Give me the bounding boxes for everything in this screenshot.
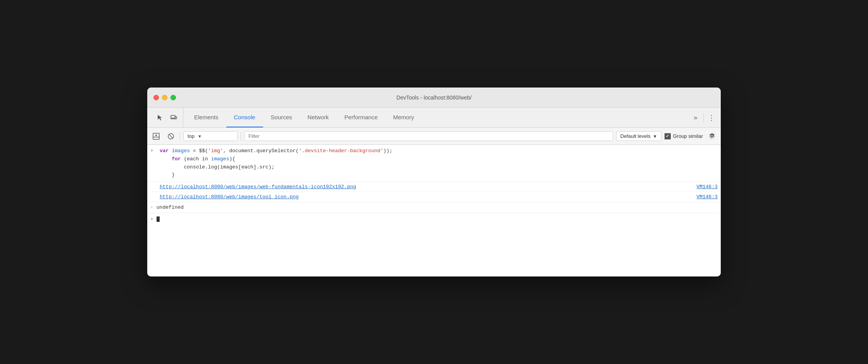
code-line-3: console.log(images[each].src); bbox=[160, 163, 718, 172]
close-button[interactable] bbox=[153, 95, 159, 100]
toolbar-divider-1 bbox=[180, 132, 180, 141]
tabbar: Elements Console Sources Network Perform… bbox=[147, 108, 721, 128]
show-console-drawer-button[interactable] bbox=[150, 130, 162, 142]
filter-input[interactable] bbox=[244, 131, 613, 141]
tab-console[interactable]: Console bbox=[226, 108, 263, 127]
tab-performance[interactable]: Performance bbox=[337, 108, 386, 127]
group-similar-toggle[interactable]: ✓ Group similar bbox=[665, 133, 703, 139]
console-undefined-value: undefined bbox=[157, 204, 184, 210]
tab-memory[interactable]: Memory bbox=[386, 108, 422, 127]
devtools-icons bbox=[150, 108, 183, 127]
console-source-1[interactable]: VM146:3 bbox=[696, 184, 718, 190]
svg-rect-1 bbox=[175, 117, 177, 119]
tabbar-end: » ⋮ bbox=[689, 108, 718, 127]
levels-arrow: ▼ bbox=[653, 134, 657, 139]
traffic-lights bbox=[153, 95, 176, 100]
select-element-icon[interactable] bbox=[153, 112, 166, 124]
console-undefined-entry: ‹ undefined bbox=[147, 202, 721, 213]
console-prompt[interactable]: › bbox=[147, 213, 721, 225]
context-selector-arrow: ▼ bbox=[198, 134, 202, 139]
log-levels-button[interactable]: Default levels ▼ bbox=[616, 131, 661, 141]
svg-line-7 bbox=[169, 134, 172, 137]
console-toolbar: top ▼ Default levels ▼ ✓ Group similar bbox=[147, 128, 721, 145]
tab-sources[interactable]: Sources bbox=[263, 108, 300, 127]
device-toolbar-icon[interactable] bbox=[167, 112, 180, 124]
window-title: DevTools - localhost:8080/web/ bbox=[396, 94, 472, 101]
console-settings-button[interactable] bbox=[706, 130, 718, 142]
clear-console-button[interactable] bbox=[165, 130, 177, 142]
svg-marker-5 bbox=[155, 135, 157, 136]
console-link-url-2[interactable]: http://localhost:8080/web/images/tool_ic… bbox=[160, 194, 690, 200]
code-line-1: var images = $$('img', document.querySel… bbox=[160, 147, 718, 155]
context-selector[interactable]: top ▼ bbox=[183, 131, 238, 141]
console-content: › var images = $$('img', document.queryS… bbox=[147, 145, 721, 276]
console-source-2[interactable]: VM146:3 bbox=[696, 194, 718, 200]
tab-elements[interactable]: Elements bbox=[186, 108, 226, 127]
more-tabs-button[interactable]: » bbox=[689, 112, 702, 124]
titlebar: DevTools - localhost:8080/web/ bbox=[147, 88, 721, 108]
console-code-block: var images = $$('img', document.querySel… bbox=[160, 147, 718, 179]
devtools-menu-button[interactable]: ⋮ bbox=[705, 112, 718, 124]
code-line-4: } bbox=[160, 171, 718, 179]
console-output-link-1: http://localhost:8080/web/images/web-fun… bbox=[147, 182, 721, 192]
tabbar-divider bbox=[703, 113, 704, 122]
console-cursor bbox=[157, 216, 160, 222]
minimize-button[interactable] bbox=[162, 95, 167, 100]
tab-network[interactable]: Network bbox=[300, 108, 337, 127]
console-entry-input: › var images = $$('img', document.queryS… bbox=[147, 145, 721, 182]
code-line-2: for (each in images){ bbox=[160, 155, 718, 163]
console-output-link-2: http://localhost:8080/web/images/tool_ic… bbox=[147, 192, 721, 202]
maximize-button[interactable] bbox=[170, 95, 176, 100]
console-link-url-1[interactable]: http://localhost:8080/web/images/web-fun… bbox=[160, 184, 690, 190]
toolbar-divider-2 bbox=[241, 132, 241, 141]
console-output-arrow: ‹ bbox=[150, 204, 153, 210]
devtools-window: DevTools - localhost:8080/web/ Elements … bbox=[147, 88, 721, 276]
group-similar-checkbox[interactable]: ✓ bbox=[665, 133, 671, 139]
console-input-arrow: › bbox=[150, 148, 157, 153]
console-prompt-arrow: › bbox=[150, 216, 153, 222]
